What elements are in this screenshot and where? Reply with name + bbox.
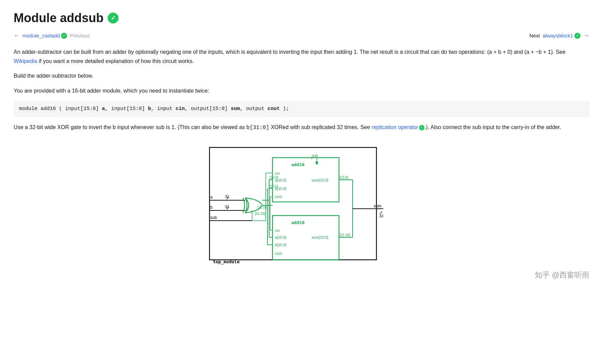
code-module-name: add16 <box>41 106 56 112</box>
build-text: Build the adder-subtractor below. <box>14 71 589 80</box>
svg-text:[15:0]: [15:0] <box>269 185 278 188</box>
watermark: 知乎 @西窗听雨 <box>14 270 589 280</box>
svg-text:sub: sub <box>312 154 318 158</box>
title-check-icon: ✓ <box>108 13 119 23</box>
svg-text:32: 32 <box>379 214 383 218</box>
svg-text:sum: sum <box>374 204 382 208</box>
next-arrow-icon: → <box>583 32 589 39</box>
svg-text:sum[15:0]: sum[15:0] <box>312 235 328 239</box>
code-keyword-input3: input <box>157 106 172 112</box>
nav-separator: Previous <box>70 33 90 38</box>
prev-arrow-icon: ← <box>14 32 20 39</box>
next-link[interactable]: alwaysblock1 ✓ <box>543 33 581 39</box>
svg-text:top_module: top_module <box>213 259 239 265</box>
svg-marker-18 <box>315 162 319 165</box>
wikipedia-link[interactable]: Wikipedia <box>14 58 37 64</box>
next-check-icon: ✓ <box>574 33 581 39</box>
svg-text:a: a <box>210 195 213 200</box>
page-title: Module addsub ✓ <box>14 11 589 25</box>
code-keyword-input2: input <box>111 106 126 112</box>
code-param-a: a <box>102 106 105 112</box>
navigation-bar: ← module_cseladd ✓ Previous Next alwaysb… <box>14 32 589 39</box>
svg-text:[31:16]: [31:16] <box>340 233 350 237</box>
next-label: Next <box>529 33 540 38</box>
code-keyword-input1: input <box>65 106 80 112</box>
svg-text:add16: add16 <box>291 162 305 167</box>
svg-text:[15:0]: [15:0] <box>269 176 278 179</box>
svg-text:cin: cin <box>275 228 280 233</box>
circuit-diagram: top_module a b 32 32 <box>14 141 589 267</box>
svg-text:[31:16]: [31:16] <box>257 206 268 209</box>
svg-text:b: b <box>210 205 213 210</box>
svg-text:[15:0]: [15:0] <box>340 176 348 179</box>
code-keyword-output1: output <box>191 106 209 112</box>
svg-text:32: 32 <box>225 194 229 199</box>
svg-text:sum[15:0]: sum[15:0] <box>312 178 328 182</box>
replication-operator-link[interactable]: replication operator <box>372 124 418 130</box>
svg-text:cout: cout <box>275 194 282 199</box>
prev-link[interactable]: module_cseladd ✓ <box>22 33 67 39</box>
svg-text:b[15:0]: b[15:0] <box>275 243 287 247</box>
prev-check-icon: ✓ <box>61 33 67 39</box>
prev-link-text: module_cseladd <box>22 33 60 38</box>
code-inline-b31: b[31:0] <box>246 125 269 131</box>
circuit-svg: top_module a b 32 32 <box>206 141 397 267</box>
code-keyword-module: module <box>19 106 37 112</box>
code-keyword-output2: output <box>246 106 264 112</box>
svg-text:a[15:0]: a[15:0] <box>275 235 287 239</box>
svg-text:cout: cout <box>275 251 282 255</box>
xor-description: Use a 32-bit wide XOR gate to invert the… <box>14 123 589 132</box>
nav-right: Next alwaysblock1 ✓ → <box>529 32 589 39</box>
code-param-cin: cin <box>175 106 185 112</box>
svg-text:cin: cin <box>275 171 280 175</box>
nav-left: ← module_cseladd ✓ Previous <box>14 32 90 39</box>
provided-text: You are provided with a 16-bit adder mod… <box>14 86 589 95</box>
svg-text:[31:16]: [31:16] <box>255 212 265 216</box>
code-param-sum: sum <box>231 106 240 112</box>
svg-text:add16: add16 <box>291 220 305 225</box>
description-text: An adder-subtractor can be built from an… <box>14 47 589 66</box>
code-param-b: b <box>148 106 151 112</box>
code-block: module add16 ( input[15:0] a, input[15:0… <box>14 101 589 117</box>
replication-check-icon: ✓ <box>419 125 424 130</box>
svg-text:32: 32 <box>225 205 229 209</box>
next-link-text: alwaysblock1 <box>543 33 573 38</box>
xor-gate: a b 32 32 <box>210 194 273 213</box>
title-text: Module addsub <box>14 11 104 25</box>
svg-text:sub: sub <box>210 215 217 220</box>
code-param-cout: cout <box>267 106 280 112</box>
svg-line-61 <box>380 211 382 214</box>
